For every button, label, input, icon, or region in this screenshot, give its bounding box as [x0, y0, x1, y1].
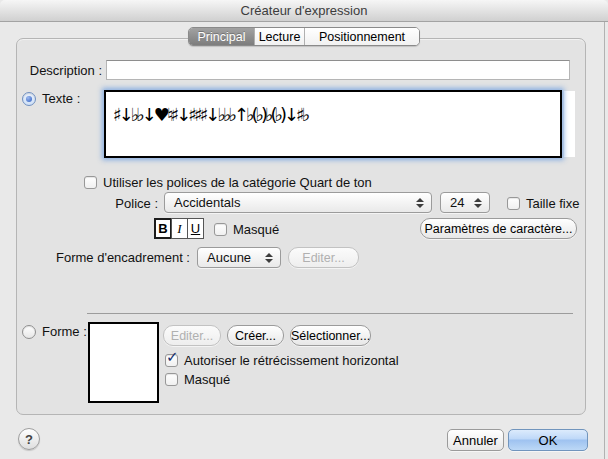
texte-value: ♯↓♭♭↓♥♮♯↓♯♯♯↓♭♭♭↑♭(♭)♭(♭)↓♯♭ [106, 92, 560, 125]
texte-radio-circle[interactable] [22, 92, 36, 106]
encadrement-popup[interactable]: Aucune [197, 247, 281, 268]
encadrement-popup-value: Aucune [198, 250, 265, 265]
masque-text-label[interactable]: Masqué [233, 222, 279, 237]
forme-radio[interactable]: Forme : [22, 324, 87, 339]
encadrement-editer-button: Editer... [288, 247, 359, 268]
expression-designer-dialog: Créateur d'expression Principal Lecture … [0, 0, 608, 459]
encadrement-label: Forme d'encadrement : [20, 250, 190, 265]
help-question-icon: ? [25, 432, 33, 447]
quart-de-ton-checkbox[interactable]: ✓ Utiliser les polices de la catégorie Q… [84, 175, 372, 190]
text-style-segment: B I U [154, 218, 204, 239]
tab-principal[interactable]: Principal [189, 28, 254, 45]
checkbox-box[interactable]: ✓ [214, 223, 227, 236]
masque-forme-label[interactable]: Masqué [184, 372, 230, 387]
radio-dot [26, 96, 32, 102]
forme-selectionner-button[interactable]: Sélectionner... [290, 325, 371, 346]
autoriser-retrecissement-label[interactable]: Autoriser le rétrécissement horizontal [184, 353, 399, 368]
shape-preview-box [88, 322, 159, 403]
taille-fixe-label[interactable]: Taille fixe [526, 196, 579, 211]
italic-button[interactable]: I [171, 218, 188, 239]
autoriser-retrecissement-checkbox[interactable]: ✓ Autoriser le rétrécissement horizontal [165, 353, 399, 368]
tab-positionnement[interactable]: Positionnement [304, 28, 419, 45]
tab-lecture[interactable]: Lecture [254, 28, 304, 45]
checkbox-box[interactable]: ✓ [507, 197, 520, 210]
texte-input-area[interactable]: ♯↓♭♭↓♥♮♯↓♯♯♯↓♭♭♭↑♭(♭)♭(♭)↓♯♭ [104, 90, 562, 158]
checkbox-box[interactable]: ✓ [165, 354, 178, 367]
texte-radio[interactable]: Texte : [22, 91, 80, 106]
check-icon: ✓ [166, 349, 179, 364]
size-popup[interactable]: 24 [440, 192, 490, 213]
quart-de-ton-label[interactable]: Utiliser les polices de la catégorie Qua… [103, 175, 372, 190]
police-popup[interactable]: Accidentals [164, 192, 432, 213]
police-label: Police : [76, 196, 158, 211]
window-title: Créateur d'expression [241, 3, 368, 18]
stepper-arrows-icon [416, 198, 424, 208]
forme-radio-label: Forme : [42, 324, 87, 339]
section-divider [87, 313, 573, 314]
underline-button[interactable]: U [187, 218, 204, 239]
size-popup-value: 24 [441, 195, 474, 210]
taille-fixe-checkbox[interactable]: ✓ Taille fixe [507, 196, 579, 211]
description-label: Description : [16, 63, 102, 78]
police-popup-value: Accidentals [165, 195, 416, 210]
title-bar[interactable]: Créateur d'expression [0, 0, 608, 22]
description-input[interactable] [106, 60, 570, 80]
tab-bar: Principal Lecture Positionnement [188, 27, 420, 46]
checkbox-box[interactable]: ✓ [165, 373, 178, 386]
window-edge [604, 22, 605, 459]
texte-scrollbar-track[interactable] [564, 91, 575, 157]
stepper-arrows-icon [265, 253, 273, 263]
checkbox-box[interactable]: ✓ [84, 176, 97, 189]
forme-creer-button[interactable]: Créer... [227, 325, 284, 346]
parametres-caractere-button[interactable]: Paramètres de caractère... [420, 218, 577, 239]
masque-text-checkbox[interactable]: ✓ Masqué [214, 222, 279, 237]
forme-editer-button: Editer... [163, 325, 221, 346]
stepper-arrows-icon [474, 198, 482, 208]
forme-radio-circle[interactable] [22, 325, 36, 339]
help-button[interactable]: ? [18, 428, 40, 450]
annuler-button[interactable]: Annuler [447, 429, 504, 451]
texte-radio-label: Texte : [42, 91, 80, 106]
masque-forme-checkbox[interactable]: ✓ Masqué [165, 372, 230, 387]
ok-button[interactable]: OK [508, 429, 588, 451]
bold-button[interactable]: B [154, 218, 172, 239]
